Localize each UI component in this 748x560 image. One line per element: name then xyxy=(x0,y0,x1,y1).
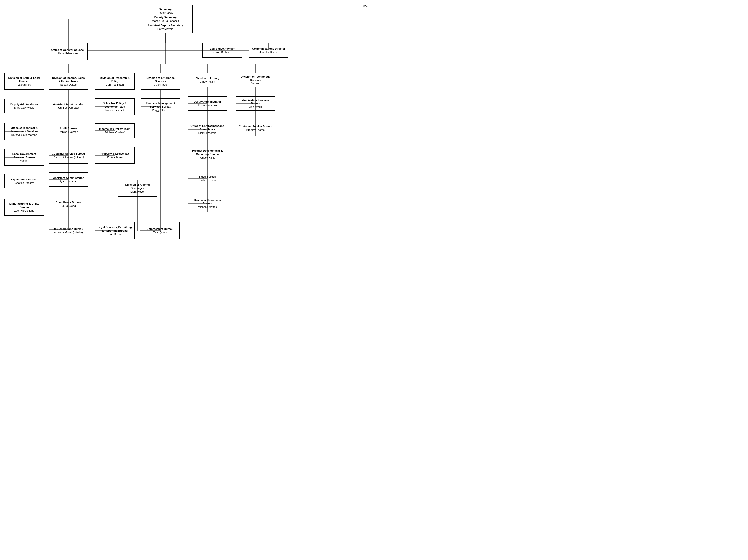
deputy-admin-left-box: Deputy Administrator Mary Gawryleski xyxy=(4,99,44,113)
deputy-secretary-name: Maria Guerra Lapacek xyxy=(152,19,179,23)
product-dev-box: Product Development & Marketing Bureau C… xyxy=(188,146,227,162)
csi-title: Customer Service Bureau xyxy=(52,152,85,155)
compliance-bureau-box: Compliance Bureau Laura Clegg xyxy=(49,197,88,211)
sales-bureau-box: Sales Bureau Zachary Hyde xyxy=(188,171,227,185)
secretary-name: David Casey xyxy=(158,11,173,15)
drp-name: Cari Redington xyxy=(106,83,124,87)
secretary-title: Secretary xyxy=(159,8,171,11)
asb-name: Ann Averill xyxy=(249,105,262,109)
asst-admin-2-box: Assistant Administrator Kyle Duerstein xyxy=(49,172,88,187)
cd-title: Communications Director xyxy=(252,47,285,50)
eb-title: Enforcement Bureau xyxy=(147,227,173,231)
bo-title: Business Operations Bureau xyxy=(190,198,225,205)
dal2-name: Kevin Kaminski xyxy=(198,103,216,107)
manufacturing-box: Manufacturing & Utility Bureau Zach McCl… xyxy=(4,199,44,215)
asst-deputy-title: Assistant Deputy Secretary xyxy=(148,24,183,27)
deputy-secretary-title: Deputy Secretary xyxy=(154,16,177,19)
enforcement-bureau-box: Enforcement Bureau Tyler Quam xyxy=(140,222,180,239)
eq-name: Charles Paskey xyxy=(15,181,33,185)
drp-title: Division of Research & Policy xyxy=(97,76,132,83)
pdm-name: Chuck Klink xyxy=(200,156,214,159)
itp-title: Income Tax Policy Team xyxy=(99,127,130,131)
pdm-title: Product Development & Marketing Bureau xyxy=(190,149,225,156)
ot-name: Kathryn Soto-Moreno xyxy=(11,133,37,137)
audit-bureau-box: Audit Bureau Denise Everson xyxy=(49,123,88,137)
cb-title: Compliance Bureau xyxy=(55,201,81,204)
oec-name: Rick Fitzgerald xyxy=(198,131,216,135)
aa1-title: Assistant Administrator xyxy=(53,102,84,106)
office-technical-box: Office of Technical & Assessment Service… xyxy=(4,123,44,140)
dis-title: Division of Income, Sales & Excise Taxes xyxy=(51,76,86,83)
dab-title: Division of Alcohol Beverages xyxy=(120,183,155,190)
dab-name: Mark Meyer xyxy=(130,190,145,193)
cst-name: Bradley Thome xyxy=(247,128,265,132)
bo-name: Michelle Mattox xyxy=(198,205,217,209)
asst-deputy-name: Patty Mayers xyxy=(158,27,173,31)
cst-title: Customer Service Bureau xyxy=(239,125,272,128)
dal-name: Mary Gawryleski xyxy=(14,106,34,109)
asb-title: Application Services Bureau xyxy=(238,98,273,106)
secretary-box: Secretary David Casey Deputy Secretary M… xyxy=(138,5,192,33)
aa1-name: Jennifer Dambach xyxy=(57,106,79,109)
dl-title: Division of Lottery xyxy=(195,76,219,80)
des-title: Division of Enterprise Services xyxy=(143,76,178,83)
to-title: Tax Operations Bureau xyxy=(53,227,83,231)
sales-tax-policy-box: Sales Tax Policy & Economic Team Robert … xyxy=(95,98,135,115)
legal-services-box: Legal Services, Permitting & Reporting B… xyxy=(95,222,135,239)
eq-title: Equalization Bureau xyxy=(11,178,37,181)
general-counsel-box: Office of General Counsel Dana Erlandsen xyxy=(48,43,88,60)
dt-name: Vacant xyxy=(251,82,259,85)
income-tax-policy-box: Income Tax Policy Team Michael Oakleaf xyxy=(95,123,135,138)
sb-title: Sales Bureau xyxy=(199,175,216,178)
ls-name: Zac Dolan xyxy=(109,232,121,236)
office-enforcement-box: Office of Enforcement and Compliance Ric… xyxy=(188,121,227,138)
ab-title: Audit Bureau xyxy=(60,127,77,130)
csi-name: Rachel Ballmoos (Interim) xyxy=(53,155,84,159)
property-excise-box: Property & Excise Tax Policy Team xyxy=(95,147,135,164)
gc-name: Dana Erlandsen xyxy=(58,52,78,55)
gc-title: Office of General Counsel xyxy=(51,48,85,52)
tax-ops-box: Tax Operations Bureau Amanda Mosel (Inte… xyxy=(49,222,88,239)
ls-title: Legal Services, Permitting & Reporting B… xyxy=(97,226,132,233)
lg-name: Vacant xyxy=(20,159,28,162)
cb-name: Laura Clegg xyxy=(61,204,76,208)
dal2-title: Deputy Administrator xyxy=(193,100,221,103)
des-name: Julie Raes xyxy=(154,83,167,87)
to-name: Amanda Mosel (Interim) xyxy=(54,231,83,234)
app-services-box: Application Services Bureau Ann Averill xyxy=(236,96,275,111)
mu-name: Zach McClelland xyxy=(14,209,34,212)
date-label: 03/25 xyxy=(361,4,369,8)
oec-title: Office of Enforcement and Compliance xyxy=(190,124,225,131)
cd-name: Jennifer Bacon xyxy=(259,50,278,54)
customer-service-tech-box: Customer Service Bureau Bradley Thome xyxy=(236,121,275,135)
div-income-sales-box: Division of Income, Sales & Excise Taxes… xyxy=(49,73,88,90)
pet-title: Property & Excise Tax Policy Team xyxy=(97,152,132,159)
fms-name: Peggy Steeno xyxy=(152,109,169,112)
sb-name: Zachary Hyde xyxy=(199,178,216,182)
div-alcohol-box: Division of Alcohol Beverages Mark Meyer xyxy=(118,180,157,196)
div-lottery-box: Division of Lottery Cindy Polzin xyxy=(188,73,227,87)
la-title: Legislative Advisor xyxy=(210,47,235,50)
dsl-name: Valeah Foy xyxy=(18,83,31,87)
customer-service-income-box: Customer Service Bureau Rachel Ballmoos … xyxy=(49,147,88,164)
div-state-local-box: Division of State & Local Finance Valeah… xyxy=(4,73,44,90)
eb-name: Tyler Quam xyxy=(153,231,167,234)
stp-name: Robert Schmidt xyxy=(106,109,124,112)
aa2-title: Assistant Administrator xyxy=(53,176,84,180)
legislative-advisor-box: Legislative Advisor Jacob Burbach xyxy=(203,43,242,57)
dis-name: Susan Dukes xyxy=(60,83,76,87)
ot-title: Office of Technical & Assessment Service… xyxy=(7,126,42,133)
ab-name: Denise Everson xyxy=(59,130,78,134)
asst-admin-1-box: Assistant Administrator Jennifer Dambach xyxy=(49,99,88,113)
dl-name: Cindy Polzin xyxy=(200,80,215,84)
fms-title: Financial Management Services Bureau xyxy=(143,101,178,109)
deputy-admin-lottery-box: Deputy Administrator Kevin Kaminski xyxy=(188,96,227,111)
dt-title: Division of Technology Services xyxy=(238,75,273,82)
local-gov-box: Local Government Services Bureau Vacant xyxy=(4,149,44,166)
dal-title: Deputy Administrator xyxy=(10,102,38,106)
stp-title: Sales Tax Policy & Economic Team xyxy=(97,101,132,109)
mu-title: Manufacturing & Utility Bureau xyxy=(7,202,42,209)
aa2-name: Kyle Duerstein xyxy=(60,180,77,183)
comms-director-box: Communications Director Jennifer Bacon xyxy=(249,43,288,57)
financial-mgmt-box: Financial Management Services Bureau Peg… xyxy=(141,98,180,115)
